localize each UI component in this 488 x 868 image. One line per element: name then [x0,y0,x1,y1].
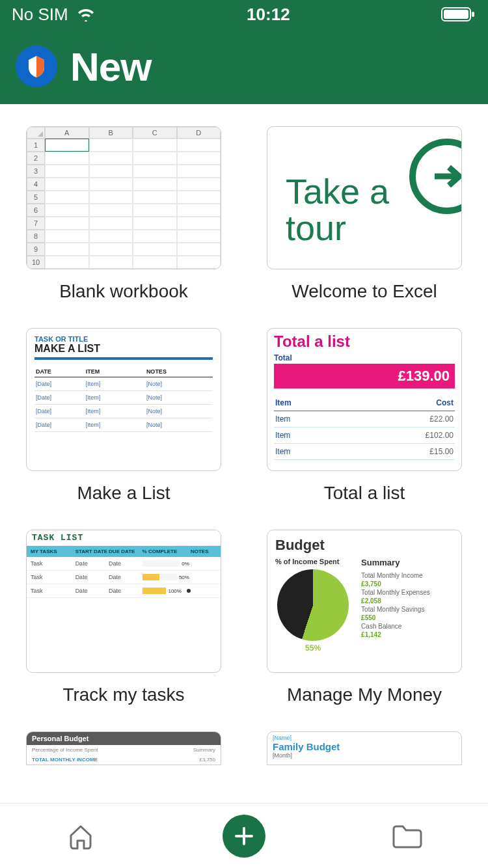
template-personal-budget[interactable]: Personal Budget Percentage of Income Spe… [26,731,221,765]
template-blank-workbook[interactable]: A B C D 1 2 3 4 5 6 7 8 9 10 Blank workb… [26,126,221,302]
template-label: Make a List [77,483,170,504]
carrier-label: No SIM [12,5,68,25]
status-left: No SIM [12,5,96,25]
template-label: Total a list [324,483,405,504]
thumbnail: Total a list Total £139.00 ItemCost Item… [267,328,462,471]
template-label: Manage My Money [287,685,442,705]
template-welcome-to-excel[interactable]: Take atour Welcome to Excel [267,126,462,302]
wifi-icon [76,7,96,21]
app-logo-badge[interactable] [16,46,57,87]
template-make-a-list[interactable]: TASK OR TITLE MAKE A LIST DATEITEMNOTES … [26,328,221,504]
clock: 10:12 [247,5,290,25]
thumbnail: Budget % of Income Spent 55% Summary Tot… [267,530,462,673]
battery-icon [441,7,476,22]
nav-home-button[interactable] [61,817,100,856]
plus-icon [233,825,255,847]
bottom-nav [0,803,488,868]
folder-icon [391,822,424,850]
template-label: Blank workbook [59,281,188,302]
arrow-right-icon [409,139,462,214]
status-bar: No SIM 10:12 [0,0,488,29]
thumbnail: Take atour [267,126,462,269]
template-gallery: A B C D 1 2 3 4 5 6 7 8 9 10 Blank workb… [0,104,488,803]
template-manage-my-money[interactable]: Budget % of Income Spent 55% Summary Tot… [267,530,462,705]
nav-files-button[interactable] [388,817,427,856]
pie-chart-icon [277,569,349,641]
template-label: Track my tasks [62,685,184,705]
header: New [0,29,488,104]
template-label: Welcome to Excel [291,281,437,302]
svg-rect-1 [444,10,468,19]
svg-rect-2 [472,12,474,17]
template-track-my-tasks[interactable]: TASK LIST MY TASKS START DATE DUE DATE %… [26,530,221,705]
template-family-budget[interactable]: [Name] Family Budget [Month] [267,731,462,765]
page-title: New [70,44,151,90]
template-total-a-list[interactable]: Total a list Total £139.00 ItemCost Item… [267,328,462,504]
nav-new-button[interactable] [223,815,265,858]
status-right [441,7,476,22]
home-icon [66,821,96,851]
thumbnail: TASK LIST MY TASKS START DATE DUE DATE %… [26,530,221,673]
thumbnail: A B C D 1 2 3 4 5 6 7 8 9 10 [26,126,221,269]
thumbnail: TASK OR TITLE MAKE A LIST DATEITEMNOTES … [26,328,221,471]
